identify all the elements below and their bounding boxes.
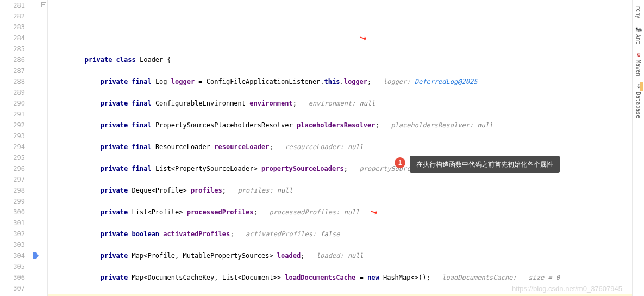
maven-icon: m: [635, 51, 642, 58]
code-line[interactable]: [48, 174, 632, 185]
line-number[interactable]: 286: [0, 54, 25, 65]
line-number[interactable]: 291: [0, 109, 25, 120]
code-line[interactable]: private boolean activatedProfiles; activ…: [48, 229, 632, 239]
ant-icon: 🐜: [635, 25, 642, 33]
execution-pointer-icon: [33, 252, 39, 259]
line-number[interactable]: 303: [0, 239, 25, 250]
line-number[interactable]: 288: [0, 76, 25, 87]
line-number[interactable]: 292: [0, 120, 25, 131]
line-number[interactable]: 298: [0, 185, 25, 196]
line-number[interactable]: 300: [0, 207, 25, 218]
code-line[interactable]: private final ResourceLoader resourceLoa…: [48, 141, 632, 152]
arrow-annotation-icon: ↘: [357, 30, 368, 44]
line-number[interactable]: 299: [0, 196, 25, 207]
code-line[interactable]: private List<Profile> processedProfiles;…: [48, 207, 632, 218]
code-line[interactable]: private final ConfigurableEnvironment en…: [48, 98, 632, 109]
line-number[interactable]: 304: [0, 250, 25, 261]
line-number[interactable]: 287: [0, 65, 25, 76]
code-line[interactable]: private class Loader {: [48, 54, 632, 65]
line-number[interactable]: 290: [0, 98, 25, 109]
line-number[interactable]: 285: [0, 44, 25, 54]
code-line[interactable]: private Map<DocumentsCacheKey, List<Docu…: [48, 272, 632, 283]
error-stripe-marker[interactable]: [640, 82, 643, 91]
line-number[interactable]: 295: [0, 152, 25, 163]
code-line[interactable]: [48, 283, 632, 294]
breakpoint-strip[interactable]: [33, 0, 40, 296]
code-line[interactable]: [48, 109, 632, 120]
code-line[interactable]: [48, 65, 632, 76]
code-line[interactable]: [48, 218, 632, 229]
line-number-gutter[interactable]: 2812822832842852862872882892902912922932…: [0, 0, 33, 296]
line-number[interactable]: 296: [0, 163, 25, 174]
fold-column[interactable]: −: [40, 0, 48, 296]
maven-tool-button[interactable]: m Maven: [635, 51, 642, 76]
line-number[interactable]: 301: [0, 218, 25, 229]
code-line[interactable]: private final PropertySourcesPlaceholder…: [48, 120, 632, 131]
line-number[interactable]: 283: [0, 22, 25, 33]
code-line[interactable]: private Map<Profile, MutablePropertySour…: [48, 250, 632, 261]
line-number[interactable]: 294: [0, 141, 25, 152]
ant-tool-button[interactable]: 🐜 Ant: [635, 25, 642, 44]
line-number[interactable]: 306: [0, 272, 25, 283]
line-number[interactable]: 289: [0, 87, 25, 98]
code-line[interactable]: [48, 261, 632, 272]
annotation-badge: 1: [395, 157, 405, 168]
line-number[interactable]: 284: [0, 33, 25, 44]
line-number[interactable]: 293: [0, 131, 25, 141]
code-line[interactable]: [48, 87, 632, 98]
code-line[interactable]: private final Log logger = ConfigFileApp…: [48, 76, 632, 87]
annotation-tooltip: 在执行构造函数中代码之前首先初始化各个属性: [410, 156, 560, 173]
code-line[interactable]: [48, 239, 632, 250]
code-line[interactable]: Loader(ConfigurableEnvironment environme…: [48, 294, 632, 296]
line-number[interactable]: 305: [0, 261, 25, 272]
hierarchy-tool-button[interactable]: rchy: [635, 5, 641, 18]
line-number[interactable]: 297: [0, 174, 25, 185]
fold-handle-icon[interactable]: −: [41, 2, 46, 7]
line-number[interactable]: 302: [0, 229, 25, 239]
code-line[interactable]: [48, 196, 632, 207]
line-number[interactable]: 281: [0, 0, 25, 11]
code-line[interactable]: [48, 131, 632, 141]
code-line[interactable]: private Deque<Profile> profiles; profile…: [48, 185, 632, 196]
line-number[interactable]: 307: [0, 283, 25, 294]
right-tool-rail[interactable]: rchy 🐜 Ant m Maven 🗄 Database: [632, 0, 644, 296]
line-number[interactable]: 282: [0, 11, 25, 22]
code-editor[interactable]: private class Loader { private final Log…: [48, 0, 632, 296]
